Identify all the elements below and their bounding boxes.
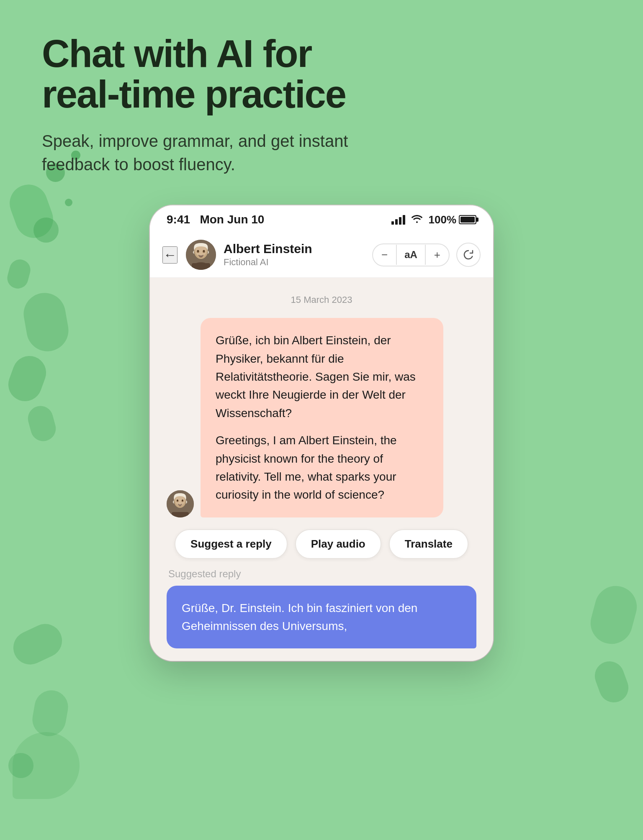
- reset-button[interactable]: [456, 243, 481, 267]
- contact-subtitle: Fictional AI: [224, 257, 372, 268]
- date-label: 15 March 2023: [167, 295, 476, 305]
- svg-point-5: [198, 251, 199, 252]
- svg-rect-16: [172, 512, 189, 517]
- suggested-reply-bubble: Grüße, Dr. Einstein. Ich bin fasziniert …: [167, 586, 476, 649]
- status-bar: 9:41 Mon Jun 10: [150, 205, 493, 232]
- font-size-controls: − aA +: [372, 243, 450, 266]
- play-audio-button[interactable]: Play audio: [295, 529, 381, 559]
- font-mid-label: aA: [396, 245, 426, 265]
- battery-icon: [459, 215, 476, 224]
- battery-indicator: 100%: [429, 213, 477, 226]
- avatar: [186, 240, 216, 270]
- hero-subtitle: Speak, improve grammar, and get instant …: [42, 129, 352, 176]
- translate-button[interactable]: Translate: [389, 529, 468, 559]
- svg-point-6: [203, 251, 205, 252]
- ai-message-row: Grüße, ich bin Albert Einstein, der Phys…: [167, 318, 476, 517]
- content-wrapper: Chat with AI for real-time practice Spea…: [0, 0, 643, 661]
- signal-icon: [391, 215, 405, 225]
- status-time: 9:41 Mon Jun 10: [167, 213, 264, 226]
- font-increase-button[interactable]: +: [426, 244, 449, 266]
- contact-name: Albert Einstein: [224, 242, 372, 256]
- phone-screen: 9:41 Mon Jun 10: [150, 205, 493, 661]
- chat-header: ←: [150, 232, 493, 278]
- ai-avatar: [167, 490, 194, 517]
- svg-point-14: [177, 500, 178, 501]
- svg-rect-8: [192, 263, 210, 270]
- wifi-icon: [411, 214, 423, 225]
- action-buttons: Suggest a reply Play audio Translate: [167, 529, 476, 559]
- contact-info: Albert Einstein Fictional AI: [224, 242, 372, 268]
- ai-message-german: Grüße, ich bin Albert Einstein, der Phys…: [216, 331, 428, 422]
- hero-title: Chat with AI for real-time practice: [42, 33, 360, 114]
- ai-message-bubble: Grüße, ich bin Albert Einstein, der Phys…: [201, 318, 443, 517]
- decorative-blob: [13, 732, 80, 799]
- suggest-reply-button[interactable]: Suggest a reply: [175, 529, 288, 559]
- svg-point-15: [182, 500, 183, 501]
- phone-mockup: 9:41 Mon Jun 10: [42, 205, 601, 661]
- status-icons: 100%: [391, 213, 477, 226]
- ai-message-english: Greetings, I am Albert Einstein, the phy…: [216, 431, 428, 504]
- chat-body: 15 March 2023: [150, 278, 493, 661]
- suggested-label: Suggested reply: [167, 568, 476, 580]
- font-decrease-button[interactable]: −: [373, 244, 396, 266]
- back-button[interactable]: ←: [162, 246, 177, 264]
- header-controls: − aA +: [372, 243, 481, 267]
